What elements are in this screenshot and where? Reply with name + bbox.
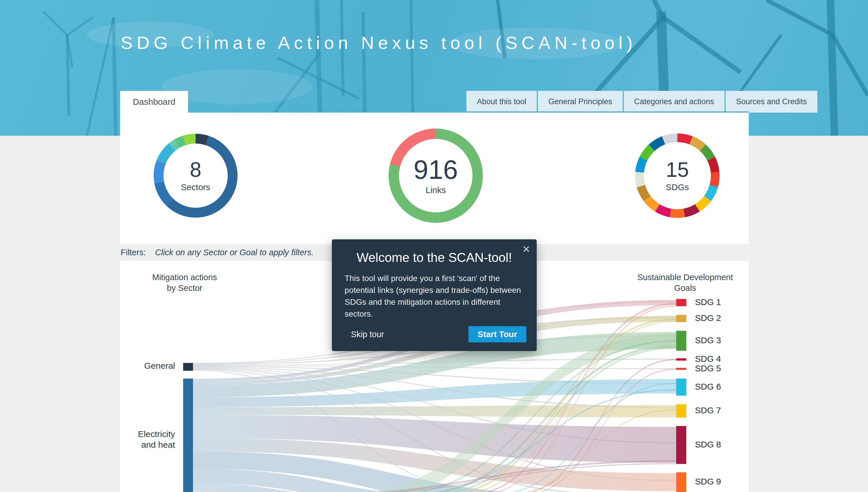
- sdg-node-sdg-5[interactable]: [676, 368, 686, 370]
- sdg-node-sdg-1[interactable]: [676, 299, 686, 306]
- sdgs-donut-value: 15: [666, 159, 689, 180]
- links-donut-value: 916: [413, 156, 458, 183]
- sdg-node-sdg-9[interactable]: [676, 472, 686, 492]
- sdg-node-sdg-8[interactable]: [676, 426, 686, 464]
- close-icon[interactable]: ✕: [522, 243, 531, 255]
- filters-hint: Click on any Sector or Goal to apply fil…: [155, 248, 314, 257]
- tab-general-principles[interactable]: General Principles: [538, 91, 623, 113]
- sectors-donut-center: 8Sectors: [163, 144, 228, 208]
- sector-label-electricity-and-heat[interactable]: Electricityand heat: [111, 428, 175, 450]
- sdg-node-sdg-7[interactable]: [676, 404, 686, 418]
- tab-about-this-tool[interactable]: About this tool: [466, 91, 537, 113]
- sankey-left-header: Mitigation actionsby Sector: [138, 272, 231, 293]
- modal-title: Welcome to the SCAN-tool!: [332, 250, 537, 265]
- sector-label-general[interactable]: General: [111, 360, 175, 371]
- sdg-label-sdg-7[interactable]: SDG 7: [695, 405, 721, 415]
- sectors-donut-label: Sectors: [181, 182, 210, 192]
- links-donut-label: Links: [426, 185, 446, 195]
- modal-body-text: This tool will provide you a first 'scan…: [344, 272, 524, 320]
- links-donut: 916Links: [389, 128, 483, 223]
- sdg-label-sdg-2[interactable]: SDG 2: [695, 313, 721, 323]
- sdgs-donut-label: SDGs: [666, 182, 689, 192]
- sdg-label-sdg-4[interactable]: SDG 4: [695, 354, 721, 364]
- welcome-modal: ✕ Welcome to the SCAN-tool! This tool wi…: [332, 239, 537, 351]
- links-donut-center: 916Links: [399, 139, 473, 213]
- sdg-node-sdg-2[interactable]: [676, 315, 686, 322]
- sdg-node-sdg-3[interactable]: [676, 331, 686, 351]
- sdg-label-sdg-1[interactable]: SDG 1: [695, 297, 721, 307]
- sdg-label-sdg-5[interactable]: SDG 5: [695, 364, 721, 373]
- start-tour-button[interactable]: Start Tour: [468, 326, 526, 342]
- modal-footer: Skip tour Start Tour: [332, 326, 537, 342]
- sectors-donut-value: 8: [190, 159, 201, 180]
- filters-label: Filters:: [121, 248, 146, 257]
- sdgs-donut: 15SDGs: [635, 133, 720, 218]
- sector-node-general[interactable]: [183, 363, 193, 371]
- sdg-node-sdg-6[interactable]: [676, 378, 686, 396]
- sector-node-electricity-and-heat[interactable]: [183, 378, 193, 492]
- page-title: SDG Climate Action Nexus tool (SCAN-tool…: [121, 32, 637, 53]
- sdg-label-sdg-6[interactable]: SDG 6: [695, 382, 721, 392]
- sectors-donut: 8Sectors: [154, 134, 237, 218]
- nav-tabs: About this tool General Principles Categ…: [466, 91, 817, 113]
- sdg-label-sdg-8[interactable]: SDG 8: [695, 440, 721, 449]
- sdg-label-sdg-9[interactable]: SDG 9: [695, 477, 721, 487]
- tab-sources-and-credits[interactable]: Sources and Credits: [726, 91, 817, 113]
- skip-tour-link[interactable]: Skip tour: [351, 330, 384, 339]
- tab-categories-and-actions[interactable]: Categories and actions: [624, 91, 724, 113]
- stats-panel: 8Sectors916Links15SDGs: [120, 113, 749, 244]
- sdg-node-sdg-4[interactable]: [676, 358, 686, 361]
- tab-dashboard[interactable]: Dashboard: [120, 91, 188, 113]
- sankey-right-header: Sustainable DevelopmentGoals: [621, 272, 749, 293]
- sdg-label-sdg-3[interactable]: SDG 3: [695, 336, 721, 345]
- sdgs-donut-center: 15SDGs: [644, 142, 711, 209]
